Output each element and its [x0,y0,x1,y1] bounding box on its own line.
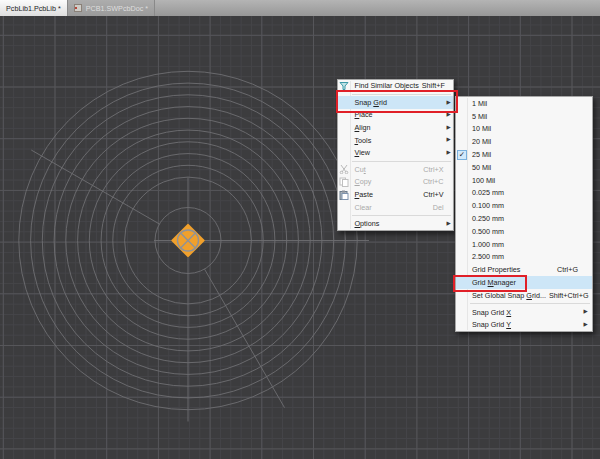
menu-item-0100-mm[interactable]: 0.100 mm [456,199,592,212]
menu-item-25-mil[interactable]: ✓25 Mil [456,148,592,161]
menu-item-label: Find Similar Objects [351,81,419,90]
menu-item-label: 0.250 mm [468,214,575,223]
menu-item-view[interactable]: View▶ [338,146,453,159]
menu-item-label: Align [351,123,441,132]
menu-item-label: 100 Mil [468,176,575,185]
menu-item-label: 20 Mil [468,137,575,146]
menu-item-shortcut: Ctrl+V [423,190,444,199]
menu-item-label: Tools [351,136,441,145]
copy-icon [338,176,351,189]
menu-separator [352,215,451,216]
menu-item-label: 0.500 mm [468,227,575,236]
menu-item-label: Paste [351,190,421,199]
menu-item-shortcut: Shift+F [422,81,446,90]
menu-item-label: 10 Mil [468,124,575,133]
menu-item-snap-grid-x[interactable]: Snap Grid X▶ [456,306,592,319]
menu-item-2500-mm[interactable]: 2.500 mm [456,251,592,264]
menu-item-label: 1 Mil [468,99,575,108]
menu-item-shortcut: Ctrl+G [557,265,579,274]
annotation-box-snap-grid [336,90,458,113]
pcb-editor-window: PcbLib1.PcbLib *PCB1.SWPcbDoc * Find Sim… [0,0,600,459]
submenu-arrow-icon: ▶ [579,322,592,328]
menu-item-shortcut: Ctrl+X [423,165,444,174]
menu-item-label: 25 Mil [468,150,575,159]
document-tab-bar: PcbLib1.PcbLib *PCB1.SWPcbDoc * [0,0,600,16]
checkmark-icon: ✓ [457,150,467,160]
menu-item-label: Set Global Snap Grid... [468,291,546,300]
tab-pcblib1[interactable]: PcbLib1.PcbLib * [0,0,67,16]
menu-item-20-mil[interactable]: 20 Mil [456,135,592,148]
menu-item-label: 0.025 mm [468,188,575,197]
menu-item-label: 50 Mil [468,163,575,172]
menu-item-50-mil[interactable]: 50 Mil [456,161,592,174]
menu-item-clear: ClearDel [338,201,453,214]
menu-item-label: Copy [351,177,420,186]
menu-item-0250-mm[interactable]: 0.250 mm [456,212,592,225]
menu-item-label: Snap Grid X [468,308,575,317]
scissors-icon [338,163,351,176]
menu-item-cut: CutCtrl+X [338,163,453,176]
menu-item-label: 2.500 mm [468,252,575,261]
submenu-arrow-icon: ▶ [445,221,453,227]
menu-item-label: Options [351,219,441,228]
menu-item-label: Clear [351,203,430,212]
menu-item-label: View [351,148,441,157]
tab-pcb1[interactable]: PCB1.SWPcbDoc * [67,0,155,16]
menu-item-1-mil[interactable]: 1 Mil [456,97,592,110]
menu-item-align[interactable]: Align▶ [338,121,453,134]
menu-item-shortcut: Del [433,203,445,212]
menu-item-shortcut: Shift+Ctrl+G [549,291,590,300]
submenu-arrow-icon: ▶ [445,125,453,131]
menu-item-0025-mm[interactable]: 0.025 mm [456,187,592,200]
menu-item-10-mil[interactable]: 10 Mil [456,123,592,136]
menu-item-0500-mm[interactable]: 0.500 mm [456,225,592,238]
snap-grid-submenu: 1 Mil5 Mil10 Mil20 Mil✓25 Mil50 Mil100 M… [455,96,593,332]
menu-item-snap-grid-y[interactable]: Snap Grid Y▶ [456,319,592,332]
menu-item-label: 0.100 mm [468,201,575,210]
menu-item-1000-mm[interactable]: 1.000 mm [456,238,592,251]
submenu-arrow-icon: ▶ [445,112,453,118]
menu-item-label: 5 Mil [468,112,575,121]
menu-separator [352,161,451,162]
menu-item-copy: CopyCtrl+C [338,176,453,189]
menu-item-100-mil[interactable]: 100 Mil [456,174,592,187]
annotation-box-grid-manager [453,275,527,292]
menu-item-paste[interactable]: PasteCtrl+V [338,188,453,201]
menu-separator [470,303,590,304]
menu-item-options[interactable]: Options▶ [338,217,453,230]
menu-item-label: Grid Properties [468,265,554,274]
submenu-arrow-icon: ▶ [445,137,453,143]
tab-label: PCB1.SWPcbDoc * [86,4,148,13]
menu-item-5-mil[interactable]: 5 Mil [456,110,592,123]
menu-item-label: Cut [351,165,421,174]
menu-item-label: Snap Grid Y [468,320,575,329]
submenu-arrow-icon: ▶ [579,309,592,315]
paste-icon [338,188,351,201]
submenu-arrow-icon: ▶ [445,150,453,156]
menu-item-shortcut: Ctrl+C [423,177,445,186]
menu-item-label: 1.000 mm [468,240,575,249]
tab-label: PcbLib1.PcbLib * [6,4,61,13]
pcb-document-icon [74,4,82,12]
menu-item-tools[interactable]: Tools▶ [338,134,453,147]
